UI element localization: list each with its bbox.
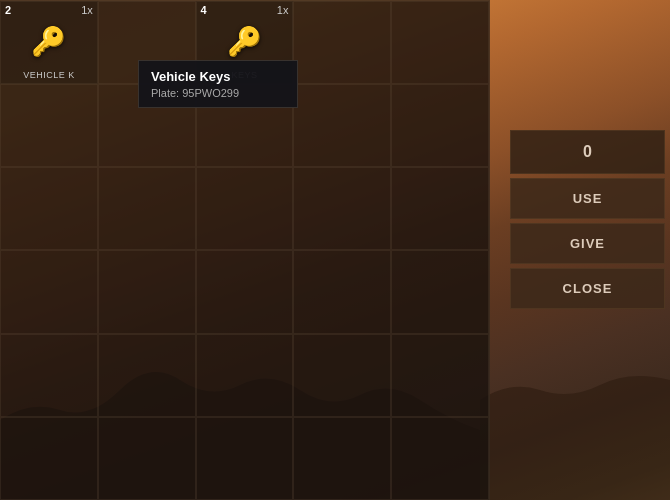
grid-cell-11[interactable] [0, 167, 98, 250]
grid-cell-30[interactable] [391, 417, 489, 500]
grid-cell-16[interactable] [0, 250, 98, 333]
quantity-display: 0 [510, 130, 665, 174]
grid-cell-20[interactable] [391, 250, 489, 333]
grid-cell-27[interactable] [98, 417, 196, 500]
grid-cell-6[interactable] [0, 84, 98, 167]
grid-cell-4[interactable] [293, 1, 391, 84]
grid-cell-17[interactable] [98, 250, 196, 333]
item-label-3: KEYS [197, 70, 293, 80]
grid-cell-18[interactable] [196, 250, 294, 333]
inventory-panel: 2 1x 🔑 VEHICLE K 4 1x 🔑 KEYS [0, 0, 490, 500]
grid-cell-19[interactable] [293, 250, 391, 333]
grid-cell-25[interactable] [391, 334, 489, 417]
grid-cell-28[interactable] [196, 417, 294, 500]
grid-cell-21[interactable] [0, 334, 98, 417]
right-panel: 0 USE GIVE CLOSE [505, 130, 670, 309]
grid-cell-24[interactable] [293, 334, 391, 417]
grid-cell-12[interactable] [98, 167, 196, 250]
grid-cell-26[interactable] [0, 417, 98, 500]
grid-cell-23[interactable] [196, 334, 294, 417]
use-button[interactable]: USE [510, 178, 665, 219]
grid-cell-22[interactable] [98, 334, 196, 417]
grid-cell-2[interactable] [98, 1, 196, 84]
inventory-grid: 2 1x 🔑 VEHICLE K 4 1x 🔑 KEYS [0, 0, 489, 500]
item-qty-3: 1x [277, 4, 289, 16]
item-label-1: VEHICLE K [1, 70, 97, 80]
item-count-1: 2 [5, 4, 11, 16]
grid-cell-29[interactable] [293, 417, 391, 500]
grid-cell-15[interactable] [391, 167, 489, 250]
item-count-3: 4 [201, 4, 207, 16]
grid-cell-13[interactable] [196, 167, 294, 250]
item-qty-1: 1x [81, 4, 93, 16]
key-icon-1: 🔑 [31, 24, 66, 57]
grid-cell-14[interactable] [293, 167, 391, 250]
grid-cell-1[interactable]: 2 1x 🔑 VEHICLE K [0, 1, 98, 84]
grid-cell-9[interactable] [293, 84, 391, 167]
grid-cell-8[interactable] [196, 84, 294, 167]
key-icon-3: 🔑 [227, 24, 262, 57]
grid-cell-3[interactable]: 4 1x 🔑 KEYS [196, 1, 294, 84]
grid-cell-5[interactable] [391, 1, 489, 84]
give-button[interactable]: GIVE [510, 223, 665, 264]
close-button[interactable]: CLOSE [510, 268, 665, 309]
grid-cell-7[interactable] [98, 84, 196, 167]
grid-cell-10[interactable] [391, 84, 489, 167]
